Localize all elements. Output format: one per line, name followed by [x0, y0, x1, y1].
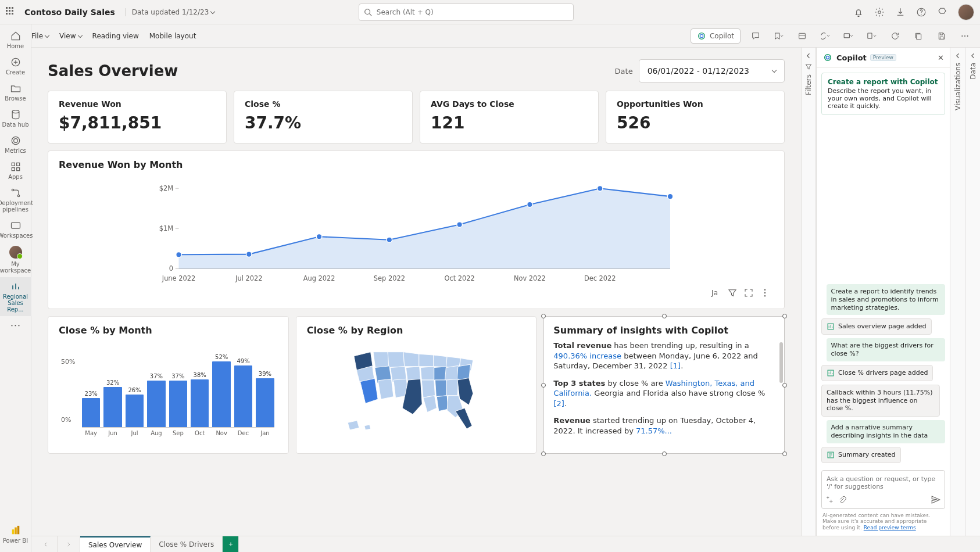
svg-rect-9: [844, 33, 849, 37]
copilot-icon: [697, 31, 706, 41]
app-launcher-icon[interactable]: [6, 7, 16, 17]
save-icon[interactable]: [933, 28, 950, 44]
header-actions: [853, 4, 974, 20]
svg-rect-7: [799, 33, 806, 38]
chevron-down-icon: [77, 33, 82, 37]
copilot-button[interactable]: Copilot: [691, 28, 741, 44]
notifications-icon[interactable]: [853, 7, 864, 17]
download-icon[interactable]: [895, 7, 906, 17]
menu-view[interactable]: View: [59, 32, 81, 40]
help-icon[interactable]: [916, 7, 927, 17]
chevron-down-icon: [45, 33, 49, 37]
svg-point-0: [365, 9, 370, 14]
view-icon[interactable]: [794, 28, 810, 44]
menu-file[interactable]: File: [31, 32, 49, 40]
search-input[interactable]: [375, 8, 568, 17]
svg-point-4: [921, 13, 921, 14]
toolbar: File View Reading view Mobile layout Cop…: [0, 24, 980, 48]
settings-icon[interactable]: [874, 7, 885, 17]
svg-point-2: [878, 10, 881, 13]
user-avatar[interactable]: [958, 4, 974, 20]
menu-reading-view[interactable]: Reading view: [92, 32, 139, 40]
search-box[interactable]: [359, 3, 574, 21]
copy-icon[interactable]: [910, 28, 927, 44]
rail-home[interactable]: Home: [0, 27, 31, 48]
menu-mobile-layout[interactable]: Mobile layout: [149, 32, 196, 40]
nav-rail: Home Create Browse Data hub Metrics Apps…: [0, 24, 31, 48]
search-icon: [364, 8, 372, 16]
comment-icon[interactable]: [747, 28, 764, 44]
svg-point-6: [700, 34, 703, 37]
sync-dropdown-icon[interactable]: [817, 28, 834, 44]
svg-line-1: [369, 13, 371, 16]
present-dropdown-icon[interactable]: [840, 28, 857, 44]
svg-point-5: [699, 33, 705, 39]
svg-rect-10: [868, 33, 872, 38]
bookmark-dropdown-icon[interactable]: [771, 28, 787, 44]
global-header: Contoso Daily Sales Data updated 1/12/23: [0, 0, 980, 24]
data-updated[interactable]: Data updated 1/12/23: [126, 8, 214, 16]
svg-point-13: [964, 35, 965, 36]
svg-rect-11: [917, 34, 921, 39]
feedback-icon[interactable]: [937, 7, 947, 17]
svg-point-14: [967, 35, 968, 36]
svg-point-12: [961, 35, 963, 36]
home-icon: [10, 30, 22, 42]
refresh-icon[interactable]: [887, 28, 903, 44]
page-dropdown-icon[interactable]: [864, 28, 880, 44]
report-title: Contoso Daily Sales: [24, 8, 115, 17]
more-icon[interactable]: [957, 28, 973, 44]
chevron-down-icon: [210, 9, 215, 13]
